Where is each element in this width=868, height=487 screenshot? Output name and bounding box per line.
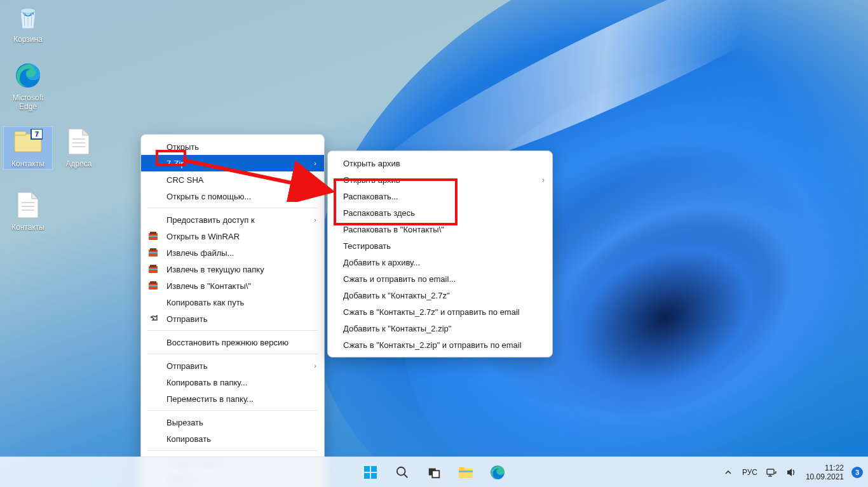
ctx-item-label: 7-Zip	[166, 159, 186, 168]
notifications-count: 3	[855, 469, 859, 476]
desktop-icon-label: Корзина	[4, 34, 52, 44]
recycle-bin-icon	[13, 3, 43, 32]
svg-text:7: 7	[35, 130, 39, 138]
ctx-item-copy-to-folder[interactable]: Копировать в папку...	[141, 374, 324, 390]
svg-rect-30	[364, 473, 370, 479]
zip-test[interactable]: Тестировать	[328, 237, 552, 254]
desktop-icon-label: Адреса	[55, 159, 103, 169]
ctx-item-label: Копировать в папку...	[166, 378, 247, 387]
ctx-item-label: Добавить к "Контакты_2.7z"	[343, 291, 450, 300]
taskbar[interactable]: РУС 11:22 10.09.2021 3	[0, 457, 868, 487]
zip-compress-7z-email[interactable]: Сжать в "Контакты_2.7z" и отправить по e…	[328, 304, 552, 320]
ctx-item-label: Сжать в "Контакты_2.7z" и отправить по e…	[343, 307, 520, 317]
ctx-item-label: Распаковать в "Контакты\"	[343, 225, 444, 234]
svg-rect-23	[149, 269, 158, 270]
separator	[147, 450, 318, 451]
svg-rect-28	[364, 466, 370, 472]
clock[interactable]: 11:22 10.09.2021	[806, 464, 844, 481]
ctx-item-open-with[interactable]: Открыть с помощью...	[141, 188, 324, 204]
svg-rect-20	[149, 252, 158, 253]
svg-line-33	[404, 474, 408, 477]
text-file-icon	[13, 190, 43, 220]
network-icon[interactable]	[765, 466, 778, 479]
edge-button[interactable]	[484, 459, 511, 486]
taskbar-center	[357, 459, 511, 486]
svg-point-32	[397, 467, 405, 475]
chevron-right-icon: ›	[542, 176, 545, 183]
zip-open-archive[interactable]: Открыть архив	[328, 155, 552, 171]
ctx-item-extract-files[interactable]: Извлечь файлы...	[141, 244, 324, 261]
winrar-icon	[147, 247, 159, 258]
start-button[interactable]	[357, 459, 384, 486]
ctx-item-copy[interactable]: Копировать	[141, 430, 324, 447]
ctx-item-label: Сжать в "Контакты_2.zip" и отправить по …	[343, 340, 522, 350]
ctx-item-restore-version[interactable]: Восстановить прежнюю версию	[141, 334, 324, 350]
volume-icon[interactable]	[785, 466, 798, 479]
svg-rect-19	[150, 248, 156, 251]
language-indicator[interactable]: РУС	[742, 468, 757, 477]
desktop-icon-addresses[interactable]: Адреса	[55, 127, 103, 169]
ctx-item-grant-access[interactable]: Предоставить доступ к›	[141, 211, 324, 228]
chevron-right-icon: ›	[314, 159, 316, 167]
notifications-badge[interactable]: 3	[851, 467, 863, 478]
svg-rect-37	[459, 467, 465, 470]
taskbar-tray: РУС 11:22 10.09.2021 3	[722, 464, 863, 481]
ctx-item-crc-sha[interactable]: CRC SHA›	[141, 171, 324, 188]
zip-add-7z[interactable]: Добавить к "Контакты_2.7z"	[328, 287, 552, 304]
ctx-item-label: CRC SHA	[166, 175, 204, 185]
zip-compress-email[interactable]: Сжать и отправить по email...	[328, 270, 552, 287]
ctx-item-label: Восстановить прежнюю версию	[166, 338, 288, 347]
ctx-item-extract-to-folder[interactable]: Извлечь в "Контакты\"	[141, 277, 324, 294]
ctx-item-label: Тестировать	[343, 241, 391, 251]
desktop-icon-contacts-archive[interactable]: 7 Контакты	[4, 127, 52, 169]
ctx-item-label: Открыть архив	[343, 175, 400, 185]
ctx-item-label: Копировать как путь	[166, 298, 244, 307]
ctx-item-label: Открыть архив	[343, 159, 400, 168]
desktop-icon-contacts-doc[interactable]: Контакты	[4, 190, 52, 232]
ctx-item-copy-as-path[interactable]: Копировать как путь	[141, 294, 324, 310]
search-button[interactable]	[389, 459, 416, 486]
ctx-item-label: Открыть в WinRAR	[166, 232, 240, 241]
task-view-button[interactable]	[421, 459, 447, 486]
ctx-item-label: Извлечь в "Контакты\"	[166, 281, 251, 291]
winrar-icon	[147, 280, 159, 291]
desktop-icon-label: Microsoft Edge	[4, 93, 52, 112]
separator	[147, 208, 318, 208]
desktop-icon-recycle-bin[interactable]: Корзина	[4, 3, 52, 44]
ctx-item-7zip[interactable]: 7-Zip›	[141, 155, 324, 171]
separator	[147, 410, 318, 411]
ctx-item-label: Добавить к "Контакты_2.zip"	[343, 324, 451, 333]
ctx-item-share[interactable]: Отправить	[141, 310, 324, 327]
ctx-item-open-winrar[interactable]: Открыть в WinRAR	[141, 228, 324, 244]
zip-extract[interactable]: Распаковать...	[328, 188, 552, 204]
zip-compress-zip-email[interactable]: Сжать в "Контакты_2.zip" и отправить по …	[328, 337, 552, 353]
ctx-item-extract-here[interactable]: Извлечь в текущую папку	[141, 261, 324, 277]
date-text: 10.09.2021	[806, 472, 844, 481]
zip-add-zip[interactable]: Добавить к "Контакты_2.zip"	[328, 320, 552, 337]
tray-overflow-button[interactable]	[722, 466, 735, 479]
ctx-item-label: Отправить	[166, 361, 207, 371]
svg-rect-17	[149, 236, 158, 237]
time-text: 11:22	[806, 464, 844, 472]
winrar-icon	[147, 264, 159, 275]
ctx-item-open[interactable]: Открыть	[141, 138, 324, 155]
ctx-item-label: Извлечь файлы...	[166, 248, 234, 258]
winrar-icon	[147, 230, 159, 242]
zip-open-archive-sub[interactable]: Открыть архив›	[328, 171, 552, 188]
svg-rect-25	[150, 281, 156, 284]
zip-add-to-archive[interactable]: Добавить к архиву...	[328, 254, 552, 270]
ctx-item-label: Переместить в папку...	[166, 394, 254, 404]
zip-extract-to-folder[interactable]: Распаковать в "Контакты\"	[328, 221, 552, 237]
context-menu[interactable]: Открыть 7-Zip› CRC SHA› Открыть с помощь…	[140, 134, 325, 487]
file-explorer-button[interactable]	[452, 459, 479, 486]
separator	[147, 354, 318, 354]
svg-rect-26	[149, 285, 158, 286]
zip-extract-here[interactable]: Распаковать здесь	[328, 204, 552, 221]
ctx-item-move-to-folder[interactable]: Переместить в папку...	[141, 390, 324, 407]
desktop-icon-edge[interactable]: Microsoft Edge	[4, 61, 52, 112]
ctx-item-label: Сжать и отправить по email...	[343, 274, 456, 284]
ctx-item-cut[interactable]: Вырезать	[141, 414, 324, 430]
ctx-item-send-to[interactable]: Отправить›	[141, 357, 324, 374]
context-submenu-7zip[interactable]: Открыть архив Открыть архив› Распаковать…	[327, 150, 553, 357]
desktop-icon-label: Контакты	[4, 222, 52, 232]
